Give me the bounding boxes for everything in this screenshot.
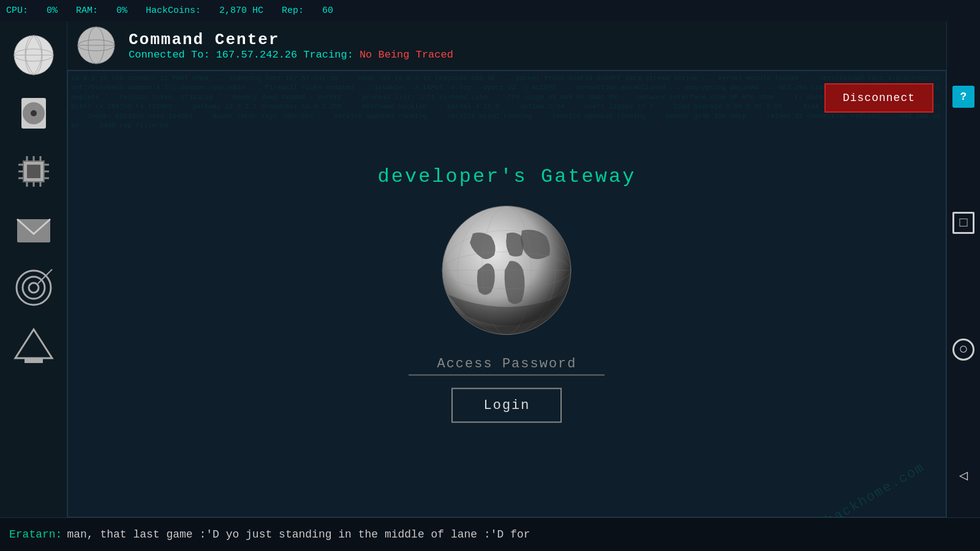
svg-line-27	[50, 269, 52, 271]
cpu-value: 0%	[47, 6, 58, 16]
sidebar-item-chip[interactable]	[6, 144, 61, 199]
gateway-title: developer's Gateway	[378, 165, 636, 188]
rep-label: Rep:	[282, 6, 304, 16]
disconnect-button[interactable]: Disconnect	[824, 83, 933, 113]
svg-point-24	[29, 283, 39, 293]
connected-label: Connected To:	[129, 49, 210, 61]
svg-point-6	[31, 110, 37, 116]
ram-label: RAM:	[76, 6, 98, 16]
svg-marker-28	[15, 329, 52, 358]
circle-button[interactable]: ○	[952, 339, 974, 361]
hackcoins-label: HackCoins:	[146, 6, 201, 16]
svg-rect-29	[24, 358, 43, 363]
sidebar-item-mail[interactable]	[6, 202, 61, 257]
sidebar-item-tools[interactable]	[6, 318, 61, 373]
gateway-panel: developer's Gateway	[378, 165, 636, 423]
tracing-label: Tracing:	[303, 49, 353, 61]
square-button[interactable]: □	[952, 212, 974, 234]
chat-username: Eratarn:	[9, 528, 62, 541]
sidebar-item-globe[interactable]	[6, 28, 61, 83]
sidebar	[0, 21, 67, 551]
login-button[interactable]: Login	[451, 388, 562, 423]
sidebar-item-disc[interactable]	[6, 86, 61, 141]
connected-ip: 167.57.242.26	[216, 49, 298, 61]
chat-message: man, that last game :'D yo just standing…	[67, 528, 530, 541]
tracing-value: No Being Traced	[360, 49, 453, 61]
help-button[interactable]: ?	[952, 86, 974, 108]
header: Command Center Connected To: 167.57.242.…	[67, 21, 946, 70]
back-button[interactable]: ◁	[952, 465, 974, 487]
right-controls: ? □ ○ ◁	[946, 21, 980, 551]
ram-value: 0%	[116, 6, 127, 16]
gateway-globe-icon	[436, 200, 577, 341]
svg-rect-8	[27, 165, 40, 178]
svg-line-25	[38, 276, 46, 283]
connection-info: Connected To: 167.57.242.26 Tracing: No …	[129, 49, 453, 61]
svg-line-26	[46, 271, 50, 276]
globe-header-icon	[77, 26, 116, 66]
rep-value: 60	[322, 6, 333, 16]
sidebar-item-target[interactable]	[6, 260, 61, 315]
header-text: Command Center Connected To: 167.57.242.…	[129, 31, 453, 61]
hackcoins-value: 2,870 HC	[219, 6, 263, 16]
top-status-bar: CPU: 0% RAM: 0% HackCoins: 2,870 HC Rep:…	[0, 0, 980, 21]
cpu-label: CPU:	[6, 6, 28, 16]
password-input[interactable]	[409, 353, 605, 376]
main-content: 10.0.2.15 ssh connect 22 PORT OPEN ... s…	[67, 70, 946, 517]
page-title: Command Center	[129, 31, 453, 49]
bottom-chat-bar: Eratarn: man, that last game :'D yo just…	[0, 517, 980, 551]
